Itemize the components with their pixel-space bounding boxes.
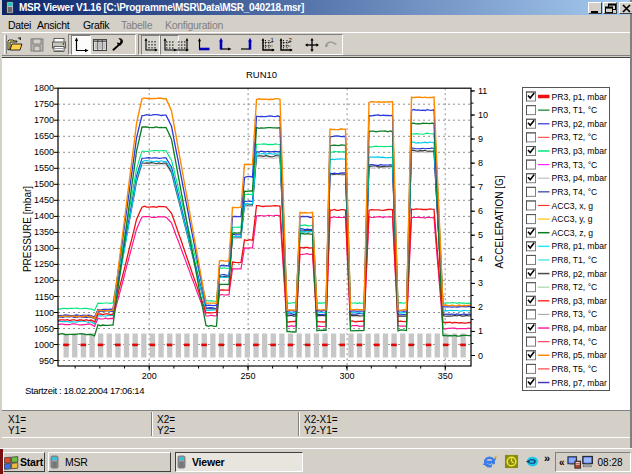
svg-text:3: 3 bbox=[478, 278, 483, 288]
svg-text:PR3, T1, °C: PR3, T1, °C bbox=[552, 105, 598, 115]
svg-text:PR3, T4, °C: PR3, T4, °C bbox=[552, 187, 598, 197]
svg-text:ACC3, y, g: ACC3, y, g bbox=[552, 214, 593, 224]
svg-text:PR8, T5, °C: PR8, T5, °C bbox=[552, 364, 598, 374]
svg-text:1400: 1400 bbox=[34, 211, 54, 221]
svg-text:PR3, T2, °C: PR3, T2, °C bbox=[552, 132, 598, 142]
svg-text:1550: 1550 bbox=[34, 163, 54, 173]
svg-text:5: 5 bbox=[478, 230, 483, 240]
svg-text:1650: 1650 bbox=[34, 131, 54, 141]
svg-text:10: 10 bbox=[478, 110, 488, 120]
svg-text:1500: 1500 bbox=[34, 179, 54, 189]
svg-text:PR8, p1, mbar: PR8, p1, mbar bbox=[552, 241, 608, 251]
svg-text:PRESSURE [mbar]: PRESSURE [mbar] bbox=[22, 186, 33, 272]
svg-text:PR3, T3, °C: PR3, T3, °C bbox=[552, 160, 598, 170]
svg-text:6: 6 bbox=[478, 206, 483, 216]
svg-text:11: 11 bbox=[478, 86, 487, 96]
svg-text:1600: 1600 bbox=[34, 147, 54, 157]
svg-text:1200: 1200 bbox=[34, 275, 54, 285]
svg-text:1800: 1800 bbox=[34, 83, 54, 93]
svg-text:1150: 1150 bbox=[35, 292, 54, 302]
svg-text:ACCELERATION [G]: ACCELERATION [G] bbox=[494, 175, 505, 268]
svg-text:PR3, p1, mbar: PR3, p1, mbar bbox=[552, 92, 608, 102]
svg-text:PR8, p4, mbar: PR8, p4, mbar bbox=[552, 323, 608, 333]
svg-text:1250: 1250 bbox=[34, 259, 54, 269]
svg-text:1750: 1750 bbox=[34, 99, 54, 109]
svg-text:2: 2 bbox=[289, 37, 293, 43]
svg-text:1: 1 bbox=[271, 37, 275, 43]
svg-text:350: 350 bbox=[438, 371, 453, 381]
svg-text:2: 2 bbox=[478, 302, 483, 312]
svg-text:PR8, T2, °C: PR8, T2, °C bbox=[552, 282, 598, 292]
svg-text:1: 1 bbox=[478, 326, 483, 336]
svg-text:9: 9 bbox=[478, 134, 483, 144]
svg-text:1000: 1000 bbox=[34, 340, 54, 350]
svg-text:0: 0 bbox=[478, 351, 483, 361]
svg-text:PR8, p5, mbar: PR8, p5, mbar bbox=[552, 350, 608, 360]
svg-text:1300: 1300 bbox=[34, 243, 54, 253]
svg-text:PR3, p3, mbar: PR3, p3, mbar bbox=[552, 146, 608, 156]
svg-text:1100: 1100 bbox=[35, 308, 54, 318]
svg-text:1350: 1350 bbox=[34, 227, 54, 237]
svg-text:PR8, T1, °C: PR8, T1, °C bbox=[552, 255, 598, 265]
svg-text:7: 7 bbox=[478, 182, 483, 192]
svg-text:1050: 1050 bbox=[34, 324, 54, 334]
svg-text:4: 4 bbox=[478, 254, 483, 264]
svg-text:950: 950 bbox=[39, 356, 54, 366]
svg-text:ACC3, z, g: ACC3, z, g bbox=[552, 228, 594, 238]
svg-text:PR8, p7, mbar: PR8, p7, mbar bbox=[552, 378, 608, 388]
svg-text:1450: 1450 bbox=[34, 195, 54, 205]
svg-text:250: 250 bbox=[241, 371, 256, 381]
svg-text:1700: 1700 bbox=[34, 115, 54, 125]
svg-text:ACC3, x, g: ACC3, x, g bbox=[552, 201, 594, 211]
svg-text:PR8, T4, °C: PR8, T4, °C bbox=[552, 337, 598, 347]
svg-text:PR8, T3, °C: PR8, T3, °C bbox=[552, 309, 598, 319]
svg-text:300: 300 bbox=[340, 371, 355, 381]
svg-text:RUN10: RUN10 bbox=[246, 69, 277, 80]
svg-text:PR8, p2, mbar: PR8, p2, mbar bbox=[552, 269, 608, 279]
svg-text:Startzeit : 18.02.2004 17:06:1: Startzeit : 18.02.2004 17:06:14 bbox=[25, 385, 144, 396]
svg-text:PR3, p4, mbar: PR3, p4, mbar bbox=[552, 173, 608, 183]
svg-text:PR8, p3, mbar: PR8, p3, mbar bbox=[552, 296, 608, 306]
svg-text:8: 8 bbox=[478, 158, 483, 168]
svg-text:PR3, p2, mbar: PR3, p2, mbar bbox=[552, 119, 608, 129]
svg-text:200: 200 bbox=[142, 371, 157, 381]
